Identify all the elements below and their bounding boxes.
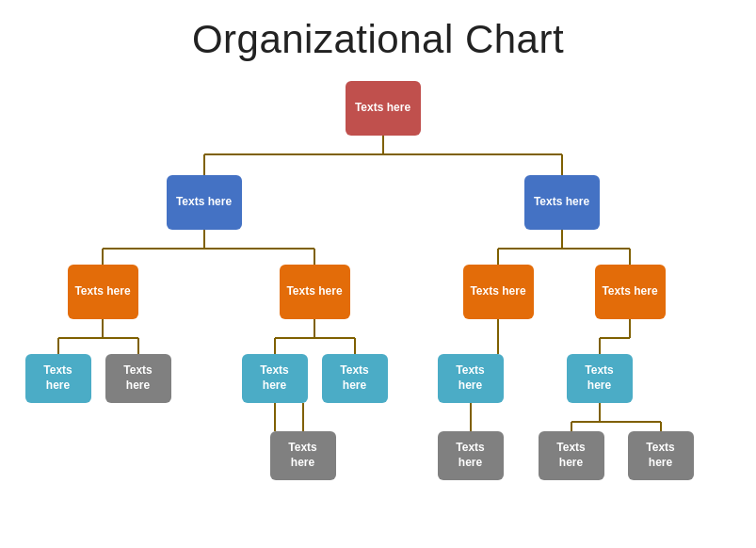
node-lrr1[interactable]: Texts here xyxy=(322,354,388,403)
node-ll1[interactable]: Texts here xyxy=(68,265,138,319)
node-lll1[interactable]: Texts here xyxy=(25,354,91,403)
node-rll2[interactable]: Texts here xyxy=(438,431,504,480)
node-rll1[interactable]: Texts here xyxy=(438,354,504,403)
chart-container: Texts here Texts here Texts here Texts h… xyxy=(0,72,756,548)
node-l1[interactable]: Texts here xyxy=(167,175,242,230)
node-rr1[interactable]: Texts here xyxy=(595,265,666,319)
node-r1[interactable]: Texts here xyxy=(524,175,600,230)
node-llr1[interactable]: Texts here xyxy=(105,354,171,403)
org-chart: Texts here Texts here Texts here Texts h… xyxy=(11,72,746,486)
node-rl1[interactable]: Texts here xyxy=(463,265,534,319)
node-rrr1[interactable]: Texts here xyxy=(628,431,694,480)
node-rrl2[interactable]: Texts here xyxy=(539,431,604,480)
node-rrl1[interactable]: Texts here xyxy=(567,354,633,403)
node-lr1[interactable]: Texts here xyxy=(280,265,350,319)
node-lrl1[interactable]: Texts here xyxy=(242,354,308,403)
page-title: Organizational Chart xyxy=(192,17,564,62)
node-root[interactable]: Texts here xyxy=(346,81,421,136)
node-lrl2[interactable]: Texts here xyxy=(270,431,336,480)
